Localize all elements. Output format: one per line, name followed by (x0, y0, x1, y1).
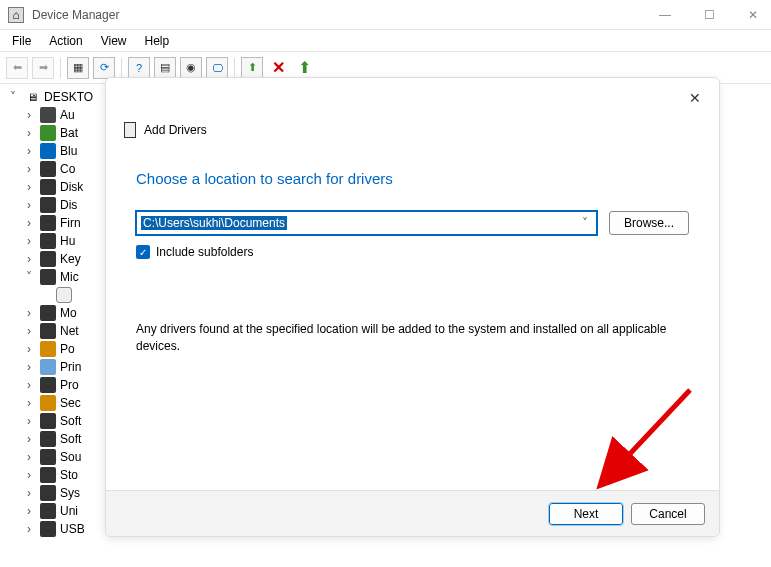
show-hidden-icon[interactable]: ▦ (67, 57, 89, 79)
back-icon[interactable]: ⬅ (6, 57, 28, 79)
tree-item-label: Bat (60, 126, 78, 140)
update-driver-icon[interactable]: ⬆ (293, 57, 315, 79)
device-category-icon (40, 503, 56, 519)
tree-item-label: Hu (60, 234, 75, 248)
chevron-icon[interactable]: › (22, 234, 36, 248)
monitor-icon[interactable]: 🖵 (206, 57, 228, 79)
tree-item-label: Soft (60, 432, 81, 446)
menu-help[interactable]: Help (137, 32, 178, 50)
device-category-icon (40, 233, 56, 249)
tree-item-label: Key (60, 252, 81, 266)
chevron-icon[interactable]: › (22, 450, 36, 464)
device-category-icon (40, 107, 56, 123)
device-category-icon (40, 179, 56, 195)
chevron-icon[interactable]: › (22, 216, 36, 230)
device-category-icon (40, 467, 56, 483)
tree-item-label: Sys (60, 486, 80, 500)
maximize-button[interactable]: ☐ (699, 5, 719, 25)
include-subfolders-checkbox[interactable]: ✓ (136, 245, 150, 259)
tree-item-label: Soft (60, 414, 81, 428)
chevron-down-icon[interactable]: ˅ (582, 216, 592, 230)
device-category-icon (40, 251, 56, 267)
menu-file[interactable]: File (4, 32, 39, 50)
tree-item-label: Prin (60, 360, 81, 374)
cancel-label: Cancel (649, 507, 686, 521)
chevron-icon[interactable]: › (22, 144, 36, 158)
cancel-button[interactable]: Cancel (631, 503, 705, 525)
tree-item-label: Mic (60, 270, 79, 284)
chevron-icon[interactable]: › (22, 396, 36, 410)
browse-label: Browse... (624, 216, 674, 230)
driver-icon (124, 122, 136, 138)
tree-item-label: USB (60, 522, 85, 536)
chevron-icon[interactable]: › (22, 108, 36, 122)
chevron-icon[interactable]: › (22, 306, 36, 320)
tree-item-label: Sec (60, 396, 81, 410)
chevron-icon[interactable]: › (22, 468, 36, 482)
computer-icon: 🖥 (24, 89, 40, 105)
chevron-icon[interactable]: › (22, 342, 36, 356)
tree-root-label: DESKTO (44, 90, 93, 104)
tree-item-label: Disk (60, 180, 83, 194)
chevron-icon[interactable]: › (22, 198, 36, 212)
tree-item-label: Co (60, 162, 75, 176)
device-category-icon (40, 377, 56, 393)
help-icon[interactable]: ? (128, 57, 150, 79)
chevron-icon[interactable]: › (22, 504, 36, 518)
chevron-icon[interactable]: › (22, 522, 36, 536)
tree-item-label: Dis (60, 198, 77, 212)
tree-item-label: Sou (60, 450, 81, 464)
minimize-button[interactable]: — (655, 5, 675, 25)
scan-icon[interactable]: ◉ (180, 57, 202, 79)
device-category-icon (40, 143, 56, 159)
properties-icon[interactable]: ▤ (154, 57, 176, 79)
chevron-icon[interactable]: › (22, 126, 36, 140)
tree-item-label: Mo (60, 306, 77, 320)
window-title: Device Manager (32, 8, 655, 22)
browse-button[interactable]: Browse... (609, 211, 689, 235)
include-subfolders-label: Include subfolders (156, 245, 253, 259)
next-button[interactable]: Next (549, 503, 623, 525)
dialog-close-button[interactable]: ✕ (683, 86, 707, 110)
tree-item-label: Sto (60, 468, 78, 482)
title-bar: ⌂ Device Manager — ☐ ✕ (0, 0, 771, 30)
remove-driver-icon[interactable]: ✕ (267, 57, 289, 79)
chevron-icon[interactable]: › (22, 414, 36, 428)
forward-icon[interactable]: ➡ (32, 57, 54, 79)
device-category-icon (40, 359, 56, 375)
tree-item-label: Net (60, 324, 79, 338)
device-category-icon (40, 323, 56, 339)
chevron-icon[interactable]: › (22, 180, 36, 194)
tree-item-label: Au (60, 108, 75, 122)
menu-bar: File Action View Help (0, 30, 771, 52)
chevron-icon[interactable]: › (22, 378, 36, 392)
app-icon: ⌂ (8, 7, 24, 23)
device-category-icon (40, 269, 56, 285)
chevron-icon[interactable]: › (22, 486, 36, 500)
device-category-icon (40, 341, 56, 357)
chevron-icon[interactable]: › (22, 252, 36, 266)
close-button[interactable]: ✕ (743, 5, 763, 25)
device-category-icon (40, 485, 56, 501)
path-combobox[interactable]: C:\Users\sukhi\Documents ˅ (136, 211, 597, 235)
chevron-down-icon[interactable]: ˅ (6, 90, 20, 104)
device-category-icon (40, 161, 56, 177)
chevron-icon[interactable]: › (22, 360, 36, 374)
chevron-icon[interactable]: › (22, 162, 36, 176)
menu-view[interactable]: View (93, 32, 135, 50)
chevron-icon[interactable]: ˅ (22, 270, 36, 284)
device-category-icon (40, 125, 56, 141)
device-category-icon (40, 521, 56, 537)
chevron-icon[interactable]: › (22, 324, 36, 338)
tree-item-label: Firn (60, 216, 81, 230)
device-category-icon (40, 197, 56, 213)
next-label: Next (574, 507, 599, 521)
add-driver-icon[interactable]: ⬆ (241, 57, 263, 79)
dialog-heading: Choose a location to search for drivers (136, 170, 689, 187)
chevron-icon[interactable]: › (22, 432, 36, 446)
menu-action[interactable]: Action (41, 32, 90, 50)
dialog-title: Add Drivers (144, 123, 207, 137)
device-category-icon (40, 215, 56, 231)
dialog-hint: Any drivers found at the specified locat… (136, 321, 689, 355)
refresh-icon[interactable]: ⟳ (93, 57, 115, 79)
